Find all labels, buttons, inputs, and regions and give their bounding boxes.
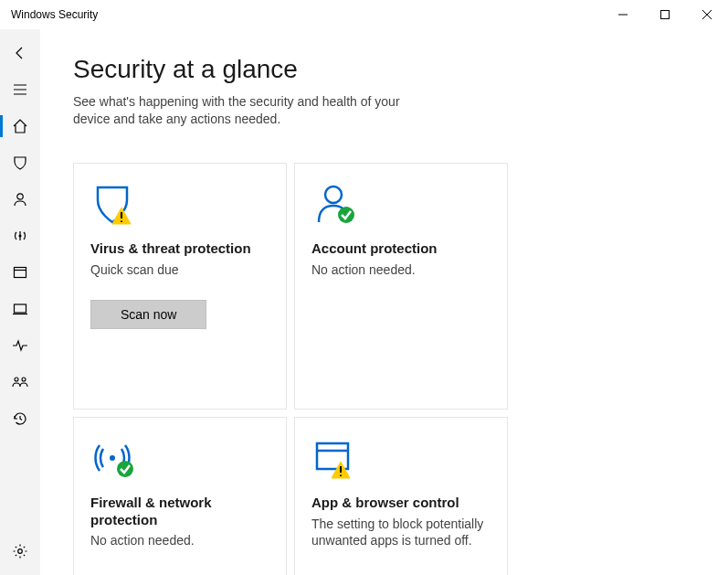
sidebar-item-settings[interactable]	[0, 533, 40, 570]
card-title: Firewall & network protection	[90, 495, 269, 529]
window-title: Windows Security	[11, 8, 98, 21]
sidebar-item-devicesec[interactable]	[0, 291, 40, 327]
svg-point-10	[110, 455, 115, 461]
card-account[interactable]: Account protection No action needed.	[294, 163, 508, 410]
sidebar-item-history[interactable]	[0, 400, 40, 437]
account-icon	[311, 182, 491, 235]
svg-rect-3	[15, 268, 26, 278]
page-title: Security at a glance	[73, 55, 728, 84]
card-title: Virus & threat protection	[90, 240, 269, 258]
sidebar	[0, 29, 40, 575]
card-virus[interactable]: Virus & threat protection Quick scan due…	[73, 163, 287, 410]
svg-rect-12	[317, 443, 348, 469]
card-sub: No action needed.	[90, 532, 269, 549]
page-subtitle: See what's happening with the security a…	[73, 93, 438, 128]
card-firewall[interactable]: Firewall & network protection No action …	[73, 417, 287, 575]
card-title: Account protection	[311, 240, 491, 258]
menu-button[interactable]	[0, 71, 40, 108]
svg-rect-4	[15, 304, 26, 313]
card-appbrowser[interactable]: App & browser control The setting to blo…	[294, 417, 508, 575]
titlebar: Windows Security	[0, 0, 728, 29]
cards-grid: Virus & threat protection Quick scan due…	[73, 163, 728, 575]
maximize-button[interactable]	[644, 0, 686, 29]
network-icon	[90, 436, 269, 489]
sidebar-item-deviceperf[interactable]	[0, 327, 40, 364]
sidebar-item-virus[interactable]	[0, 144, 40, 181]
sidebar-item-home[interactable]	[0, 108, 40, 144]
svg-point-7	[18, 549, 23, 554]
svg-point-11	[117, 461, 133, 477]
card-sub: No action needed.	[311, 261, 491, 279]
card-title: App & browser control	[311, 495, 491, 512]
sidebar-item-firewall[interactable]	[0, 218, 40, 254]
sidebar-item-appbrowser[interactable]	[0, 254, 40, 291]
sidebar-item-account[interactable]	[0, 181, 40, 218]
svg-point-9	[338, 207, 354, 223]
scan-now-button[interactable]: Scan now	[90, 300, 206, 329]
svg-point-8	[325, 186, 342, 203]
card-sub: The setting to block potentially unwante…	[311, 516, 491, 550]
close-button[interactable]	[686, 0, 728, 29]
svg-point-5	[15, 378, 18, 381]
card-sub: Quick scan due	[90, 261, 269, 279]
content-area: Security at a glance See what's happenin…	[40, 29, 728, 575]
shield-icon	[90, 182, 269, 235]
svg-point-6	[22, 378, 26, 381]
minimize-button[interactable]	[602, 0, 644, 29]
svg-point-1	[17, 194, 23, 199]
sidebar-item-family[interactable]	[0, 364, 40, 400]
browser-icon	[311, 436, 491, 489]
back-button[interactable]	[0, 35, 40, 71]
svg-point-2	[19, 235, 22, 238]
svg-rect-0	[661, 11, 670, 19]
